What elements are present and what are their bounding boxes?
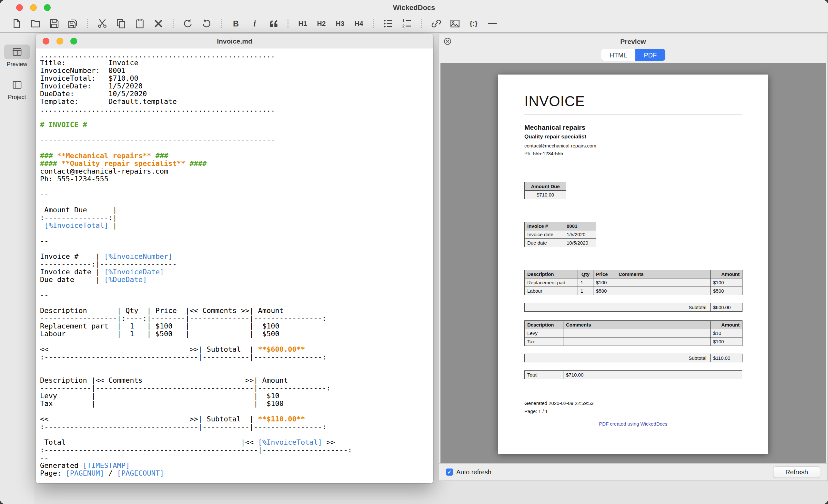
editor-line: --: [40, 454, 433, 462]
amount-due-header: Amount Due: [525, 182, 566, 191]
editor-line: << >>| Subtotal | **$110.00**: [40, 415, 433, 423]
project-icon: [4, 77, 30, 92]
table-cell: Replacement part: [525, 279, 578, 287]
editor-line: ------------:|------------------: [40, 260, 433, 268]
table-cell: 1: [578, 279, 593, 287]
pdf-footer-link[interactable]: PDF created using WickedDocs: [524, 421, 742, 427]
editor-line: :------------------------------------|--…: [40, 353, 433, 361]
editor-line: [40, 129, 433, 136]
save-all-button[interactable]: [66, 17, 80, 30]
pdf-viewport[interactable]: INVOICE Mechanical repairs Quality repai…: [441, 63, 826, 463]
editor-line: # INVOICE #: [40, 121, 433, 129]
table-cell: [616, 279, 710, 287]
toolbar-separator: [173, 19, 174, 28]
preview-header[interactable]: Preview: [439, 34, 827, 49]
auto-refresh-label: Auto refresh: [456, 468, 491, 476]
column-header: Qty: [578, 270, 593, 279]
subtotal-spacer: [525, 354, 686, 362]
editor-line: Ph: 555-1234-555: [40, 175, 433, 183]
close-preview-icon[interactable]: [443, 37, 452, 45]
horizontal-rule-button[interactable]: [485, 17, 499, 30]
editor-line: InvoiceDate: 1/5/2020: [40, 82, 433, 90]
italic-button[interactable]: i: [248, 17, 262, 30]
editor-line: [40, 338, 433, 345]
auto-refresh-checkbox[interactable]: ✓: [446, 468, 453, 475]
editor-line: [40, 144, 433, 152]
bold-button[interactable]: B: [229, 17, 243, 30]
heading-4-button[interactable]: H4: [352, 17, 366, 30]
heading-2-button[interactable]: H2: [314, 17, 329, 30]
image-icon: [450, 18, 460, 29]
editor-line: ### **Mechanical repairs** ###: [40, 152, 433, 160]
amount-due-table: Amount Due $710.00: [524, 182, 566, 199]
blockquote-icon: [268, 18, 279, 29]
delete-button[interactable]: [151, 17, 166, 30]
link-button[interactable]: [429, 17, 443, 30]
redo-icon: [201, 18, 212, 29]
meta-label: Invoice date: [525, 230, 564, 239]
bullet-list-button[interactable]: [381, 17, 395, 30]
numbered-list-button[interactable]: [400, 17, 414, 30]
app-window: WickedDocs BiH1H2H3H4{:} PreviewProject …: [0, 0, 828, 504]
editor-titlebar[interactable]: Invoice.md: [36, 34, 433, 48]
subtotal-label: Subtotal: [686, 354, 710, 362]
editor-line: Invoice date | [%InvoiceDate]: [40, 268, 433, 276]
editor-line: :---------------:|: [40, 214, 433, 222]
link-icon: [431, 18, 442, 29]
preview-icon: [4, 45, 30, 59]
new-document-icon: [11, 18, 22, 29]
table-row: Levy$10: [525, 329, 743, 337]
save-button[interactable]: [47, 17, 61, 30]
editor-line: #### **Quality repair specialist** ####: [40, 160, 433, 167]
toolbar-separator: [288, 19, 288, 28]
undo-icon: [182, 18, 193, 29]
meta-row: Invoice date1/5/2020: [525, 230, 596, 239]
undo-button[interactable]: [181, 17, 195, 30]
save-all-icon: [68, 18, 78, 29]
table-row: Tax$100: [525, 337, 743, 346]
copy-button[interactable]: [114, 17, 128, 30]
editor-minimize-button[interactable]: [56, 38, 63, 45]
editor-line: ------------|---------------------------…: [40, 384, 433, 392]
heading-1-button[interactable]: H1: [296, 17, 310, 30]
redo-button[interactable]: [199, 17, 214, 30]
sidebar: PreviewProject: [0, 33, 34, 504]
sidebar-item-preview[interactable]: Preview: [0, 45, 34, 68]
editor-line: --: [40, 237, 433, 245]
editor-text[interactable]: ........................................…: [36, 49, 433, 484]
tab-html[interactable]: HTML: [601, 49, 635, 61]
editor-line: [40, 229, 433, 237]
refresh-button[interactable]: Refresh: [773, 466, 820, 478]
meta-label: Invoice #: [525, 222, 564, 230]
blockquote-button[interactable]: [266, 17, 280, 30]
pdf-page: INVOICE Mechanical repairs Quality repai…: [498, 75, 768, 454]
cut-button[interactable]: [95, 17, 110, 30]
preview-bottom-bar: ✓ Auto refresh Refresh: [439, 463, 827, 480]
meta-label: Due date: [525, 239, 564, 247]
column-header: Comments: [616, 270, 710, 279]
open-document-icon: [30, 18, 41, 29]
meta-value: 1/5/2020: [564, 230, 596, 239]
preview-panel: Preview HTML PDF INVOICE Mechanical repa…: [439, 34, 828, 481]
editor-line: Due date | [%DueDate]: [40, 276, 433, 284]
open-document-button[interactable]: [29, 17, 43, 30]
toolbar-separator: [421, 19, 422, 28]
editor-line: [40, 113, 433, 121]
image-button[interactable]: [448, 17, 462, 30]
paste-button[interactable]: [133, 17, 147, 30]
pdf-company-tagline: Quality repair specialist: [524, 134, 742, 140]
editor-window-title: Invoice.md: [36, 34, 433, 49]
editor-line: ----------------------------------------…: [40, 136, 433, 144]
heading-3-button[interactable]: H3: [333, 17, 347, 30]
editor-zoom-button[interactable]: [70, 38, 77, 45]
editor-line: :---------------------------------------…: [40, 446, 433, 454]
preview-tabs: HTML PDF: [439, 49, 827, 63]
sidebar-item-project[interactable]: Project: [0, 77, 34, 101]
tab-pdf[interactable]: PDF: [635, 49, 665, 61]
pdf-heading-rule: [524, 114, 742, 115]
editor-close-button[interactable]: [43, 38, 49, 45]
code-block-button[interactable]: {:}: [467, 17, 481, 30]
new-document-button[interactable]: [10, 17, 24, 30]
invoice-meta-table: Invoice #0001Invoice date1/5/2020Due dat…: [524, 222, 596, 247]
app-titlebar[interactable]: WickedDocs: [0, 0, 828, 15]
